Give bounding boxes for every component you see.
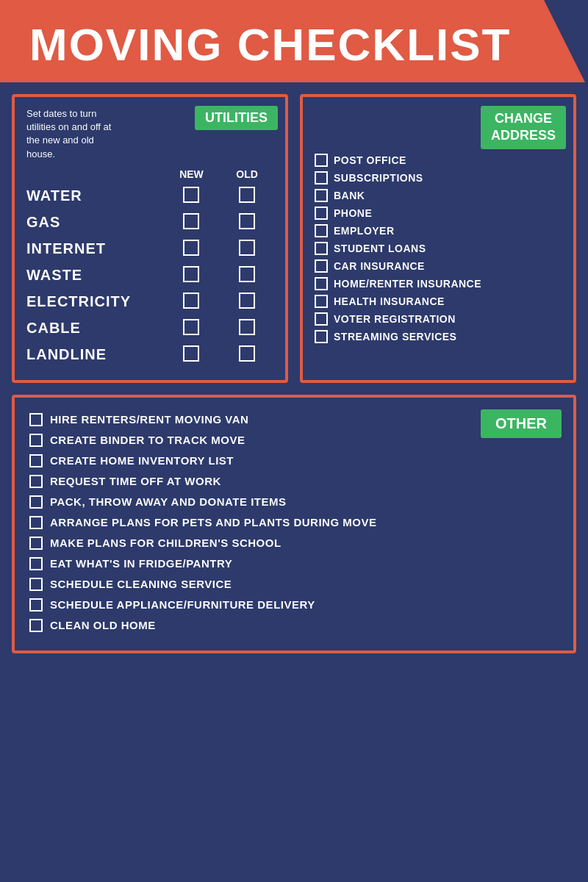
checkbox-item[interactable] — [315, 259, 328, 273]
checkbox-item[interactable] — [29, 454, 43, 467]
list-item: REQUEST TIME OFF AT WORK — [29, 471, 559, 492]
address-item-label: VOTER REGISTRATION — [334, 313, 456, 325]
other-section: OTHER HIRE RENTERS/RENT MOVING VANCREATE… — [12, 395, 576, 653]
address-item-label: CAR INSURANCE — [334, 260, 425, 272]
table-row: WATER — [26, 183, 273, 209]
checkbox-item[interactable] — [315, 330, 328, 343]
other-item-label: PACK, THROW AWAY AND DONATE ITEMS — [50, 495, 287, 508]
other-item-label: ARRANGE PLANS FOR PETS AND PLANTS DURING… — [50, 516, 376, 528]
checkbox-old[interactable] — [220, 342, 273, 368]
change-address-section: CHANGE ADDRESS POST OFFICESUBSCRIPTIONSB… — [300, 94, 576, 383]
utility-label: LANDLINE — [26, 342, 162, 368]
checkbox-item[interactable] — [29, 619, 43, 632]
list-item: SUBSCRIPTIONS — [315, 169, 562, 187]
list-item: ARRANGE PLANS FOR PETS AND PLANTS DURING… — [29, 512, 559, 533]
change-address-badge: CHANGE ADDRESS — [481, 106, 566, 149]
utilities-description: Set dates to turn utilities on and off a… — [26, 107, 122, 161]
address-item-label: POST OFFICE — [334, 154, 406, 166]
address-item-label: EMPLOYER — [334, 225, 395, 237]
checkbox-item[interactable] — [29, 434, 43, 447]
checkbox-item[interactable] — [315, 224, 328, 237]
checkbox-new[interactable] — [162, 315, 220, 342]
checkbox-item[interactable] — [29, 475, 43, 488]
other-item-label: SCHEDULE CLEANING SERVICE — [50, 578, 232, 590]
checkbox-item[interactable] — [315, 154, 328, 167]
list-item: VOTER REGISTRATION — [315, 310, 562, 328]
list-item: SCHEDULE APPLIANCE/FURNITURE DELIVERY — [29, 595, 559, 615]
other-item-label: REQUEST TIME OFF AT WORK — [50, 475, 221, 487]
checkbox-new[interactable] — [162, 183, 220, 209]
list-item: EMPLOYER — [315, 222, 562, 240]
address-item-label: BANK — [334, 190, 365, 201]
address-item-label: SUBSCRIPTIONS — [334, 172, 423, 184]
list-item: CLEAN OLD HOME — [29, 615, 559, 636]
other-badge: OTHER — [481, 409, 562, 438]
checkbox-old[interactable] — [220, 236, 273, 262]
utility-label: WATER — [26, 183, 162, 209]
utility-label: WASTE — [26, 262, 162, 289]
address-item-label: HOME/RENTER INSURANCE — [334, 278, 481, 290]
checkbox-item[interactable] — [29, 537, 43, 550]
table-row: INTERNET — [26, 236, 273, 262]
checkbox-old[interactable] — [220, 289, 273, 315]
list-item: HEALTH INSURANCE — [315, 293, 562, 310]
checkbox-new[interactable] — [162, 342, 220, 368]
checkbox-item[interactable] — [315, 189, 328, 202]
checkbox-item[interactable] — [29, 578, 43, 591]
list-item: MAKE PLANS FOR CHILDREN'S SCHOOL — [29, 533, 559, 553]
table-row: WASTE — [26, 262, 273, 289]
list-item: SCHEDULE CLEANING SERVICE — [29, 574, 559, 595]
checkbox-old[interactable] — [220, 315, 273, 342]
list-item: STUDENT LOANS — [315, 240, 562, 257]
page-title: MOVING CHECKLIST — [29, 22, 559, 68]
address-item-label: PHONE — [334, 207, 372, 219]
checkbox-item[interactable] — [29, 557, 43, 570]
utility-label: INTERNET — [26, 236, 162, 262]
list-item: PHONE — [315, 204, 562, 222]
list-item: HOME/RENTER INSURANCE — [315, 275, 562, 293]
checkbox-new[interactable] — [162, 209, 220, 236]
other-item-label: SCHEDULE APPLIANCE/FURNITURE DELIVERY — [50, 598, 315, 611]
checkbox-item[interactable] — [315, 295, 328, 308]
checkbox-item[interactable] — [29, 598, 43, 612]
table-row: ELECTRICITY — [26, 289, 273, 315]
address-item-label: STUDENT LOANS — [334, 243, 426, 254]
utility-label: CABLE — [26, 315, 162, 342]
checkbox-item[interactable] — [29, 413, 43, 426]
other-item-label: CLEAN OLD HOME — [50, 619, 156, 631]
checkbox-item[interactable] — [315, 207, 328, 220]
checkbox-new[interactable] — [162, 262, 220, 289]
other-item-label: MAKE PLANS FOR CHILDREN'S SCHOOL — [50, 537, 282, 549]
utility-label: GAS — [26, 209, 162, 236]
col-new: NEW — [162, 168, 220, 183]
checkbox-item[interactable] — [315, 171, 328, 184]
other-list: HIRE RENTERS/RENT MOVING VANCREATE BINDE… — [29, 409, 559, 636]
other-item-label: CREATE BINDER TO TRACK MOVE — [50, 434, 245, 446]
checkbox-item[interactable] — [315, 312, 328, 326]
checkbox-item[interactable] — [29, 495, 43, 509]
table-row: GAS — [26, 209, 273, 236]
table-row: LANDLINE — [26, 342, 273, 368]
utilities-badge: UTILITIES — [195, 106, 278, 130]
list-item: CREATE BINDER TO TRACK MOVE — [29, 430, 559, 451]
utilities-section: UTILITIES Set dates to turn utilities on… — [12, 94, 288, 383]
address-item-label: HEALTH INSURANCE — [334, 295, 445, 307]
checkbox-old[interactable] — [220, 262, 273, 289]
checkbox-item[interactable] — [315, 277, 328, 290]
list-item: EAT WHAT'S IN FRIDGE/PANTRY — [29, 553, 559, 574]
checkbox-new[interactable] — [162, 289, 220, 315]
checkbox-old[interactable] — [220, 183, 273, 209]
checkbox-item[interactable] — [315, 242, 328, 255]
list-item: CAR INSURANCE — [315, 257, 562, 275]
list-item: CREATE HOME INVENTORY LIST — [29, 451, 559, 471]
middle-row: UTILITIES Set dates to turn utilities on… — [0, 82, 588, 395]
list-item: STREAMING SERVICES — [315, 328, 562, 345]
col-item — [26, 168, 162, 183]
checkbox-old[interactable] — [220, 209, 273, 236]
list-item: BANK — [315, 187, 562, 204]
table-row: CABLE — [26, 315, 273, 342]
other-item-label: EAT WHAT'S IN FRIDGE/PANTRY — [50, 557, 232, 570]
checkbox-item[interactable] — [29, 516, 43, 529]
checkbox-new[interactable] — [162, 236, 220, 262]
address-item-label: STREAMING SERVICES — [334, 331, 456, 343]
